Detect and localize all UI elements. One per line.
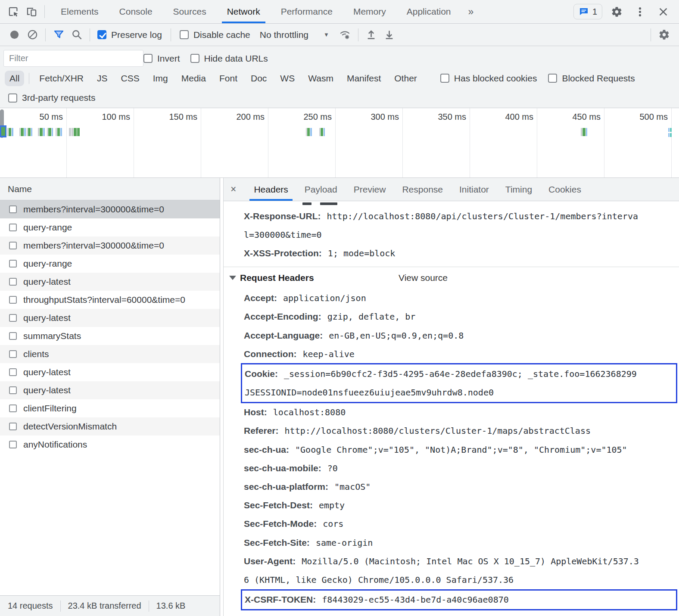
request-row[interactable]: query-range <box>0 218 220 236</box>
request-checkbox[interactable] <box>9 314 17 322</box>
request-row[interactable]: clients <box>0 345 220 363</box>
waterfall-marker[interactable] <box>581 128 587 136</box>
waterfall-marker[interactable] <box>56 128 62 136</box>
tab-elements[interactable]: Elements <box>50 0 109 23</box>
request-row[interactable]: query-latest <box>0 273 220 291</box>
device-toolbar-button[interactable] <box>22 2 40 22</box>
request-row[interactable]: query-range <box>0 255 220 273</box>
network-overview-timeline[interactable]: 50 ms100 ms150 ms200 ms250 ms300 ms350 m… <box>0 108 679 178</box>
type-filter-font[interactable]: Font <box>215 71 242 86</box>
clear-network-log-button[interactable] <box>23 25 41 45</box>
waterfall-marker[interactable] <box>38 128 45 136</box>
request-row[interactable]: query-latest <box>0 363 220 381</box>
settings-button[interactable] <box>607 2 626 22</box>
tab-performance[interactable]: Performance <box>271 0 343 23</box>
waterfall-marker[interactable] <box>47 128 53 136</box>
network-conditions-button[interactable] <box>336 25 354 45</box>
type-filter-all[interactable]: All <box>5 71 24 86</box>
waterfall-marker[interactable] <box>7 128 13 136</box>
type-filter-fetch-xhr[interactable]: Fetch/XHR <box>34 71 88 86</box>
request-row[interactable]: summaryStats <box>0 327 220 345</box>
waterfall-marker[interactable] <box>319 128 325 136</box>
disclosure-triangle-icon[interactable] <box>229 276 236 280</box>
checkbox-unchecked[interactable] <box>190 54 199 63</box>
request-row[interactable]: clientFiltering <box>0 399 220 417</box>
request-row[interactable]: anyNotifications <box>0 436 220 454</box>
request-checkbox[interactable] <box>9 332 17 340</box>
request-row[interactable]: members?interval=300000&time=0 <box>0 236 220 255</box>
details-tab-cookies[interactable]: Cookies <box>540 178 589 201</box>
type-filter-img[interactable]: Img <box>148 71 173 86</box>
waterfall-marker[interactable] <box>69 128 80 136</box>
blocked-requests-checkbox[interactable]: Blocked Requests <box>548 73 635 84</box>
network-settings-button[interactable] <box>655 25 673 45</box>
close-devtools-button[interactable] <box>654 2 672 22</box>
request-checkbox[interactable] <box>9 350 17 358</box>
tab-sources[interactable]: Sources <box>163 0 217 23</box>
checkbox-unchecked[interactable] <box>180 30 189 39</box>
checkbox-unchecked[interactable] <box>143 54 153 63</box>
checkbox-checked[interactable] <box>97 30 106 39</box>
details-tab-timing[interactable]: Timing <box>497 178 540 201</box>
checkbox-unchecked[interactable] <box>548 74 557 83</box>
tab-memory[interactable]: Memory <box>343 0 396 23</box>
request-checkbox[interactable] <box>9 205 17 213</box>
search-button[interactable] <box>68 25 86 45</box>
waterfall-marker[interactable] <box>306 128 312 136</box>
inspect-element-button[interactable] <box>4 2 22 22</box>
invert-checkbox[interactable]: Invert <box>143 53 180 64</box>
type-filter-wasm[interactable]: Wasm <box>303 71 338 86</box>
type-filter-media[interactable]: Media <box>177 71 211 86</box>
has-blocked-cookies-checkbox[interactable]: Has blocked cookies <box>440 73 537 84</box>
more-tabs-button[interactable]: » <box>461 6 480 18</box>
request-checkbox[interactable] <box>9 278 17 286</box>
tab-console[interactable]: Console <box>109 0 163 23</box>
request-checkbox[interactable] <box>9 296 17 304</box>
hide-data-urls-checkbox[interactable]: Hide data URLs <box>190 53 268 64</box>
waterfall-marker[interactable] <box>19 128 26 136</box>
request-row[interactable]: query-latest <box>0 309 220 327</box>
import-har-button[interactable] <box>362 25 380 45</box>
view-source-link[interactable]: View source <box>399 273 448 283</box>
type-filter-manifest[interactable]: Manifest <box>342 71 386 86</box>
request-row[interactable]: detectVersionMismatch <box>0 417 220 436</box>
kebab-menu-button[interactable] <box>631 2 649 22</box>
type-filter-css[interactable]: CSS <box>116 71 144 86</box>
close-details-button[interactable]: × <box>230 184 236 194</box>
preserve-log-checkbox[interactable]: Preserve log <box>97 30 162 40</box>
record-network-log-button[interactable] <box>5 25 23 45</box>
request-row[interactable]: throughputStats?interval=60000&time=0 <box>0 291 220 309</box>
request-checkbox[interactable] <box>9 368 17 376</box>
request-row[interactable]: members?interval=300000&time=0 <box>0 200 220 218</box>
type-filter-doc[interactable]: Doc <box>246 71 271 86</box>
request-checkbox[interactable] <box>9 260 17 268</box>
disable-cache-checkbox[interactable]: Disable cache <box>180 30 250 40</box>
request-checkbox[interactable] <box>9 224 17 231</box>
type-filter-ws[interactable]: WS <box>275 71 299 86</box>
third-party-requests-checkbox[interactable]: 3rd-party requests <box>8 93 95 103</box>
filter-toggle-button[interactable] <box>50 25 68 45</box>
name-column-header[interactable]: Name <box>0 178 220 200</box>
checkbox-unchecked[interactable] <box>8 93 17 103</box>
console-messages-button[interactable]: 1 <box>573 4 602 19</box>
tab-application[interactable]: Application <box>396 0 461 23</box>
details-tab-payload[interactable]: Payload <box>296 178 346 201</box>
details-tab-response[interactable]: Response <box>394 178 451 201</box>
request-checkbox[interactable] <box>9 386 17 394</box>
details-tab-headers[interactable]: Headers <box>246 178 296 201</box>
waterfall-marker-selected[interactable] <box>0 125 6 137</box>
request-checkbox[interactable] <box>9 423 17 430</box>
checkbox-unchecked[interactable] <box>440 74 449 83</box>
request-checkbox[interactable] <box>9 404 17 412</box>
request-row[interactable]: query-latest <box>0 381 220 399</box>
export-har-button[interactable] <box>380 25 399 45</box>
type-filter-other[interactable]: Other <box>389 71 422 86</box>
waterfall-marker[interactable] <box>668 133 672 137</box>
request-checkbox[interactable] <box>9 441 17 448</box>
throttling-select[interactable]: No throttling ▼ <box>260 30 329 40</box>
waterfall-marker[interactable] <box>668 128 672 132</box>
waterfall-marker[interactable] <box>27 128 32 136</box>
details-tab-preview[interactable]: Preview <box>346 178 394 201</box>
filter-input[interactable] <box>3 50 143 67</box>
tab-network[interactable]: Network <box>217 0 271 23</box>
